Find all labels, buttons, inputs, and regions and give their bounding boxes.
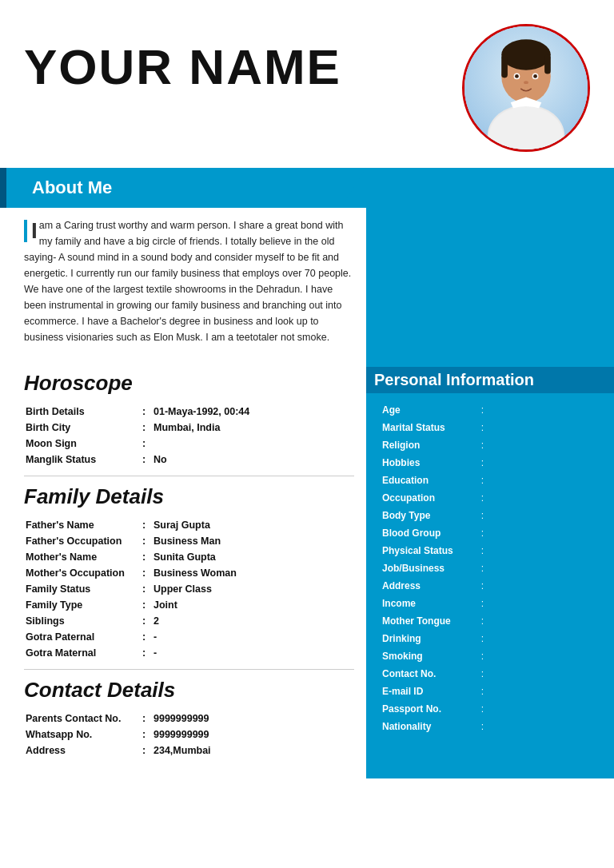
about-text-area: Iam a Caring trust worthy and warm perso… [0, 208, 614, 355]
field-value: Mumbai, India [152, 420, 354, 436]
field-value [488, 436, 602, 454]
table-row: Birth City : Mumbai, India [24, 420, 354, 436]
colon: : [136, 645, 152, 661]
field-label: Physical Status [381, 542, 476, 559]
colon: : [476, 700, 488, 718]
field-label: Parents Contact No. [24, 711, 136, 727]
table-row: Blood Group : [381, 524, 602, 542]
field-value [488, 683, 602, 700]
field-value [152, 436, 354, 452]
field-label: Birth City [24, 420, 136, 436]
field-value: 234,Mumbai [152, 743, 354, 759]
field-label: Father's Name [24, 517, 136, 533]
table-row: Birth Details : 01-Maya-1992, 00:44 [24, 404, 354, 420]
table-row: Job/Business : [381, 559, 602, 577]
table-row: Father's Name : Suraj Gupta [24, 517, 354, 533]
svg-point-10 [533, 74, 537, 78]
name-title: YOUR NAME [24, 24, 446, 94]
field-label: Gotra Paternal [24, 629, 136, 645]
field-label: Contact No. [381, 665, 476, 683]
about-first-char: I [24, 220, 38, 242]
table-row: Age : [381, 401, 602, 419]
colon: : [476, 489, 488, 507]
colon: : [136, 517, 152, 533]
field-label: Hobbies [381, 454, 476, 472]
table-row: Income : [381, 595, 602, 612]
svg-rect-6 [544, 55, 551, 74]
table-row: Gotra Maternal : - [24, 645, 354, 661]
colon: : [476, 718, 488, 735]
field-value: Joint [152, 597, 354, 613]
divider [24, 669, 354, 670]
family-table: Father's Name : Suraj Gupta Father's Occ… [24, 517, 354, 661]
colon: : [136, 711, 152, 727]
svg-point-4 [501, 39, 551, 70]
field-value [488, 612, 602, 630]
field-value: - [152, 645, 354, 661]
field-label: Siblings [24, 613, 136, 629]
table-row: Hobbies : [381, 454, 602, 472]
horoscope-title: Horoscope [24, 371, 354, 396]
field-label: Family Type [24, 597, 136, 613]
field-value [488, 559, 602, 577]
svg-point-11 [524, 81, 528, 84]
field-label: Nationality [381, 718, 476, 735]
right-panel: Personal Information Age : Marital Statu… [366, 355, 614, 778]
field-label: Passport No. [381, 700, 476, 718]
colon: : [136, 743, 152, 759]
field-value: Business Man [152, 533, 354, 549]
contact-section: Contact Details Parents Contact No. : 99… [24, 678, 354, 759]
colon: : [476, 436, 488, 454]
about-body-text: am a Caring trust worthy and warm person… [24, 220, 351, 343]
about-banner: About Me [0, 168, 614, 208]
colon: : [476, 419, 488, 436]
colon: : [476, 507, 488, 524]
field-label: Job/Business [381, 559, 476, 577]
table-row: Mother Tongue : [381, 612, 602, 630]
person-svg [464, 26, 588, 149]
field-label: Smoking [381, 647, 476, 665]
table-row: Mother's Occupation : Business Woman [24, 565, 354, 581]
field-value [488, 524, 602, 542]
field-value: Upper Class [152, 581, 354, 597]
field-label: Income [381, 595, 476, 612]
field-label: Body Type [381, 507, 476, 524]
table-row: Body Type : [381, 507, 602, 524]
field-value: Suraj Gupta [152, 517, 354, 533]
table-row: Moon Sign : [24, 436, 354, 452]
colon: : [476, 542, 488, 559]
colon: : [476, 630, 488, 647]
field-label: Education [381, 472, 476, 489]
field-label: Address [381, 577, 476, 595]
field-label: Manglik Status [24, 452, 136, 468]
family-section: Family Details Father's Name : Suraj Gup… [24, 484, 354, 661]
field-label: Mother Tongue [381, 612, 476, 630]
colon: : [136, 629, 152, 645]
table-row: Address : 234,Mumbai [24, 743, 354, 759]
personal-table: Age : Marital Status : Religion : Hobbie… [381, 401, 602, 735]
field-label: Mother's Name [24, 549, 136, 565]
about-title: About Me [32, 177, 112, 198]
colon: : [136, 533, 152, 549]
field-value: No [152, 452, 354, 468]
table-row: Address : [381, 577, 602, 595]
colon: : [476, 559, 488, 577]
table-row: Family Type : Joint [24, 597, 354, 613]
field-label: Drinking [381, 630, 476, 647]
photo-placeholder [464, 26, 588, 149]
field-label: Blood Group [381, 524, 476, 542]
field-label: Religion [381, 436, 476, 454]
field-value: 9999999999 [152, 727, 354, 743]
field-label: Whatsapp No. [24, 727, 136, 743]
colon: : [136, 727, 152, 743]
table-row: E-mail ID : [381, 683, 602, 700]
colon: : [476, 647, 488, 665]
field-value [488, 718, 602, 735]
colon: : [136, 452, 152, 468]
horoscope-section: Horoscope Birth Details : 01-Maya-1992, … [24, 371, 354, 468]
field-label: Age [381, 401, 476, 419]
colon: : [136, 420, 152, 436]
svg-rect-5 [501, 55, 508, 78]
field-value: - [152, 629, 354, 645]
field-value [488, 419, 602, 436]
